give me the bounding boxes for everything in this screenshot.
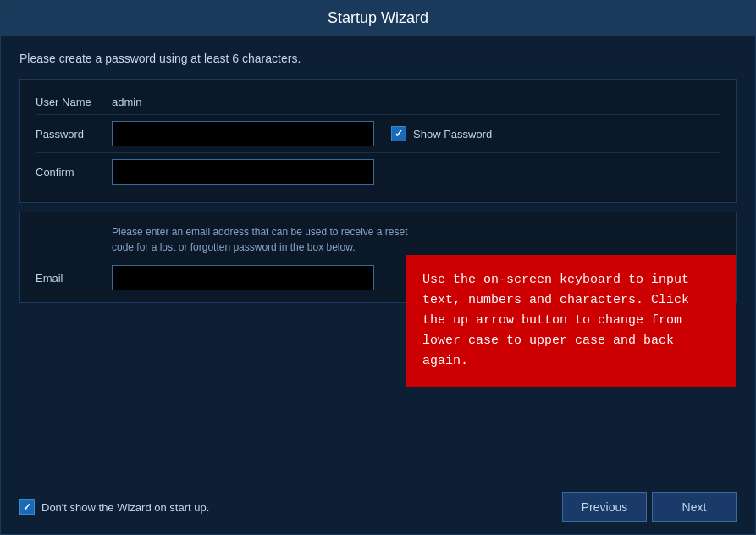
startup-wizard-window: Startup Wizard Please create a password … xyxy=(0,0,756,535)
previous-button[interactable]: Previous xyxy=(562,492,647,522)
show-password-area[interactable]: ✓ Show Password xyxy=(391,126,492,141)
tooltip-box: Use the on-screen keyboard to input text… xyxy=(406,255,736,387)
username-label: User Name xyxy=(36,96,112,108)
next-button[interactable]: Next xyxy=(652,492,737,522)
bottom-bar: ✓ Don't show the Wizard on start up. Pre… xyxy=(1,483,755,534)
password-label: Password xyxy=(36,128,112,141)
dont-show-checkbox[interactable]: ✓ xyxy=(19,499,35,515)
show-password-checkbox[interactable]: ✓ xyxy=(391,126,406,141)
email-hint-line2: code for a lost or forgotten password in… xyxy=(112,241,356,253)
email-label: Email xyxy=(36,272,112,284)
instruction-text: Please create a password using at least … xyxy=(19,52,737,65)
password-input[interactable] xyxy=(112,121,374,146)
username-value: admin xyxy=(112,96,141,108)
credentials-section: User Name admin Password ✓ Show Password… xyxy=(19,79,737,203)
confirm-label: Confirm xyxy=(36,166,112,179)
main-content: Please create a password using at least … xyxy=(1,36,755,483)
dont-show-checkmark-icon: ✓ xyxy=(23,501,31,513)
username-row: User Name admin xyxy=(36,90,720,115)
tooltip-text: Use the on-screen keyboard to input text… xyxy=(422,273,689,368)
email-hint: Please enter an email address that can b… xyxy=(36,224,720,255)
confirm-row: Confirm xyxy=(36,153,720,190)
email-input[interactable] xyxy=(112,265,374,290)
confirm-input[interactable] xyxy=(112,159,374,185)
window-title: Startup Wizard xyxy=(328,9,428,26)
checkmark-icon: ✓ xyxy=(395,128,403,140)
title-bar: Startup Wizard xyxy=(1,1,755,36)
password-row: Password ✓ Show Password xyxy=(36,115,720,153)
show-password-label: Show Password xyxy=(413,128,492,141)
email-section: Please enter an email address that can b… xyxy=(19,212,737,303)
dont-show-area[interactable]: ✓ Don't show the Wizard on start up. xyxy=(19,499,209,515)
nav-buttons: Previous Next xyxy=(562,492,737,522)
dont-show-label: Don't show the Wizard on start up. xyxy=(41,501,209,514)
email-hint-line1: Please enter an email address that can b… xyxy=(112,226,408,238)
